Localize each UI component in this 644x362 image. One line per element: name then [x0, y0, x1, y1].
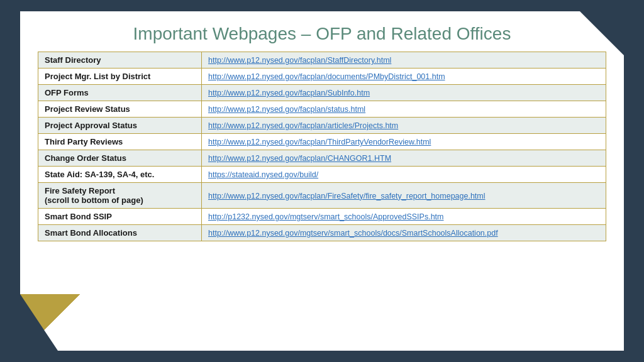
row-label: Third Party Reviews — [38, 134, 202, 150]
table-row: Project Approval Statushttp://www.p12.ny… — [38, 118, 606, 134]
row-label: Change Order Status — [38, 150, 202, 167]
table-row: Smart Bond SSIPhttp://p1232.nysed.gov/mg… — [38, 209, 606, 225]
row-label: State Aid: SA-139, SA-4, etc. — [38, 167, 202, 183]
table-row: Smart Bond Allocationshttp://www.p12.nys… — [38, 225, 606, 241]
page-title: Important Webpages – OFP and Related Off… — [38, 24, 606, 44]
row-link[interactable]: http://www.p12.nysed.gov/facplan/FireSaf… — [208, 192, 486, 200]
table-row: Change Order Statushttp://www.p12.nysed.… — [38, 150, 606, 167]
row-link[interactable]: http://www.p12.nysed.gov/facplan/status.… — [208, 105, 365, 114]
row-label: Project Review Status — [38, 101, 202, 118]
row-link-cell: http://www.p12.nysed.gov/facplan/documen… — [202, 69, 606, 85]
row-label-cell: Fire Safety Report(scroll to bottom of p… — [38, 183, 202, 209]
row-link-cell: http://www.p12.nysed.gov/facplan/status.… — [202, 101, 606, 118]
row-link[interactable]: http://p1232.nysed.gov/mgtserv/smart_sch… — [208, 212, 444, 221]
table-row: OFP Formshttp://www.p12.nysed.gov/facpla… — [38, 85, 606, 101]
row-link[interactable]: http://www.p12.nysed.gov/facplan/StaffDi… — [208, 56, 391, 65]
table-row: Staff Directoryhttp://www.p12.nysed.gov/… — [38, 52, 606, 69]
row-label: Project Mgr. List by District — [38, 69, 202, 85]
corner-decoration-top-right — [580, 11, 624, 55]
row-label: Smart Bond SSIP — [38, 209, 202, 225]
row-link-cell: http://www.p12.nysed.gov/facplan/ThirdPa… — [202, 134, 606, 150]
row-link[interactable]: http://www.p12.nysed.gov/facplan/documen… — [208, 72, 445, 81]
row-link[interactable]: http://www.p12.nysed.gov/mgtserv/smart_s… — [208, 229, 498, 238]
row-link-cell: http://p1232.nysed.gov/mgtserv/smart_sch… — [202, 209, 606, 225]
row-label: Smart Bond Allocations — [38, 225, 202, 241]
row-link[interactable]: http://www.p12.nysed.gov/facplan/CHANGOR… — [208, 154, 391, 163]
links-table: Staff Directoryhttp://www.p12.nysed.gov/… — [38, 52, 606, 241]
row-link-cell: http://www.p12.nysed.gov/facplan/CHANGOR… — [202, 150, 606, 167]
table-row: Third Party Reviewshttp://www.p12.nysed.… — [38, 134, 606, 150]
slide: Important Webpages – OFP and Related Off… — [20, 11, 624, 351]
row-link[interactable]: http://www.p12.nysed.gov/facplan/article… — [208, 121, 398, 130]
table-container: Staff Directoryhttp://www.p12.nysed.gov/… — [38, 52, 606, 338]
table-row: State Aid: SA-139, SA-4, etc.https://sta… — [38, 167, 606, 183]
table-row: Fire Safety Report(scroll to bottom of p… — [38, 183, 606, 209]
table-row: Project Mgr. List by Districthttp://www.… — [38, 69, 606, 85]
row-link-cell: http://www.p12.nysed.gov/facplan/FireSaf… — [202, 183, 606, 209]
row-link-cell: http://www.p12.nysed.gov/facplan/SubInfo… — [202, 85, 606, 101]
row-link-cell: http://www.p12.nysed.gov/facplan/article… — [202, 118, 606, 134]
row-link-cell: https://stateaid.nysed.gov/build/ — [202, 167, 606, 183]
row-sub-label: (scroll to bottom of page) — [45, 195, 195, 205]
row-link[interactable]: http://www.p12.nysed.gov/facplan/SubInfo… — [208, 89, 370, 97]
table-row: Project Review Statushttp://www.p12.nyse… — [38, 101, 606, 118]
row-link-cell: http://www.p12.nysed.gov/facplan/StaffDi… — [202, 52, 606, 69]
row-label: Staff Directory — [38, 52, 202, 69]
row-link-cell: http://www.p12.nysed.gov/mgtserv/smart_s… — [202, 225, 606, 241]
row-link[interactable]: http://www.p12.nysed.gov/facplan/ThirdPa… — [208, 138, 431, 146]
row-label: Project Approval Status — [38, 118, 202, 134]
row-link[interactable]: https://stateaid.nysed.gov/build/ — [208, 170, 318, 179]
row-label: OFP Forms — [38, 85, 202, 101]
row-label: Fire Safety Report — [45, 186, 115, 195]
